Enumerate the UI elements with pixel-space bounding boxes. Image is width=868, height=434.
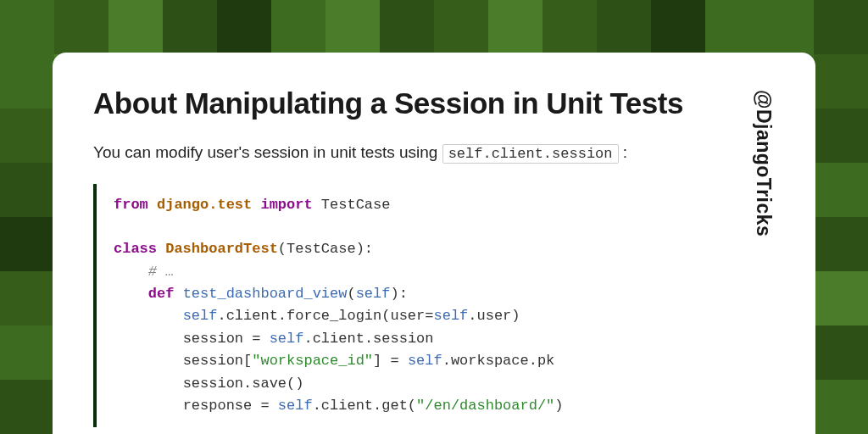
code-text: session = — [183, 331, 270, 347]
code-self: self — [408, 353, 442, 369]
code-self: self — [356, 286, 391, 302]
author-handle: @DjangoTricks — [752, 86, 775, 434]
code-keyword: import — [260, 197, 312, 213]
code-keyword: class — [114, 241, 157, 257]
intro-paragraph: You can modify user's session in unit te… — [93, 141, 728, 165]
code-text: .client.force_login(user= — [217, 308, 433, 324]
code-text: ) — [554, 398, 563, 414]
code-text: .client.session — [303, 331, 433, 347]
code-text: ): — [390, 286, 407, 302]
intro-text-before: You can modify user's session in unit te… — [93, 143, 442, 161]
article-title: About Manipulating a Session in Unit Tes… — [93, 86, 728, 120]
code-function: test_dashboard_view — [183, 286, 348, 302]
code-self: self — [433, 308, 468, 324]
code-identifier: TestCase — [321, 197, 391, 213]
code-text: session[ — [183, 353, 253, 369]
code-text: .user) — [468, 308, 520, 324]
code-self: self — [183, 308, 218, 324]
code-comment: # … — [148, 264, 175, 280]
code-self: self — [278, 398, 313, 414]
code-keyword: from — [114, 197, 148, 213]
code-text: session.save() — [183, 376, 304, 392]
code-text: .client.get( — [313, 398, 416, 414]
code-keyword: def — [148, 286, 175, 302]
code-class: DashboardTest — [165, 241, 278, 257]
intro-text-after: : — [619, 143, 628, 161]
code-text: ] = — [373, 353, 408, 369]
main-content: About Manipulating a Session in Unit Tes… — [93, 86, 728, 434]
code-example: from django.test import TestCase class D… — [93, 184, 728, 427]
code-text: .workspace.pk — [442, 353, 555, 369]
code-text: (TestCase): — [278, 241, 373, 257]
code-module: django.test — [157, 197, 252, 213]
content-card: About Manipulating a Session in Unit Tes… — [53, 53, 815, 434]
code-text: response = — [183, 398, 278, 414]
code-string: "/en/dashboard/" — [416, 398, 554, 414]
code-string: "workspace_id" — [252, 353, 373, 369]
inline-code-session: self.client.session — [442, 144, 619, 164]
code-self: self — [270, 331, 304, 347]
